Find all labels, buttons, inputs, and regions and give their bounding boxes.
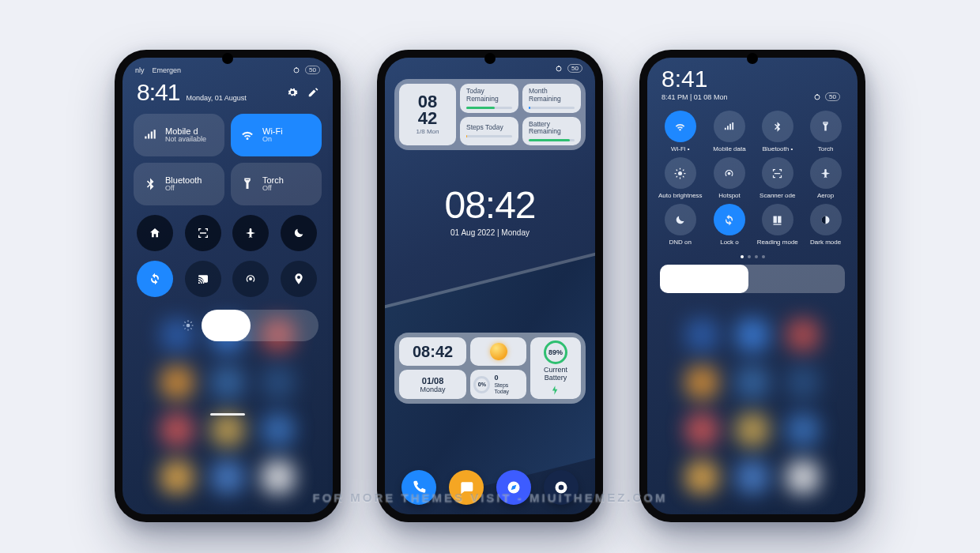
camera-app[interactable] xyxy=(544,470,579,505)
widget-time-small: 08:42 xyxy=(399,337,466,366)
orbit-icon xyxy=(292,66,300,74)
svg-point-9 xyxy=(558,66,560,67)
dock xyxy=(385,470,595,505)
widget-card: Steps Today xyxy=(460,117,518,146)
toggle-bars[interactable]: Mobile dNot available xyxy=(134,114,224,156)
orbit-icon xyxy=(813,93,821,101)
toggle-moon[interactable] xyxy=(281,215,317,251)
widget-time: 08 42 1/8 Mon xyxy=(399,84,456,145)
toggle-torch[interactable]: TorchOff xyxy=(231,163,322,205)
phone-app[interactable] xyxy=(401,470,436,505)
phone-mockup-home: 50 08 42 1/8 Mon Today RemainingMonth Re… xyxy=(377,50,603,522)
cc-date: Monday, 01 August xyxy=(186,94,246,102)
toggle-plane[interactable] xyxy=(232,215,269,251)
drag-handle[interactable] xyxy=(210,413,245,416)
qs-toggle-bluetooth[interactable]: Bluetooth • xyxy=(756,111,798,152)
toggle-hotspot[interactable] xyxy=(232,261,269,297)
status-carrier: nly xyxy=(135,66,145,74)
widget-steps: 0% 0 Steps Today xyxy=(470,370,526,398)
toggle-bluetooth[interactable]: BluetoothOff xyxy=(134,163,224,205)
orbit-icon xyxy=(555,65,563,73)
qs-datetime: 8:41 PM | 01 08 Mon xyxy=(662,93,727,101)
brightness-slider[interactable] xyxy=(660,265,845,293)
sun-icon xyxy=(490,343,507,360)
toggle-scan[interactable] xyxy=(185,215,221,251)
cc-clock: 8:41 xyxy=(137,79,179,106)
bolt-icon xyxy=(550,385,561,396)
widget-card: Today Remaining xyxy=(460,84,518,113)
qs-toggle-scan[interactable]: Scanner ode xyxy=(756,157,798,199)
toggle-location[interactable] xyxy=(281,261,317,297)
qs-toggle-dark[interactable]: Dark mode xyxy=(805,204,846,246)
qs-toggle-hotspot[interactable]: Hotspot xyxy=(709,157,751,199)
svg-point-11 xyxy=(816,94,818,96)
qs-toggle-moon[interactable]: DND on xyxy=(658,204,703,246)
qs-toggle-sync[interactable]: Lock o xyxy=(709,204,751,246)
toggle-cast[interactable] xyxy=(185,261,221,297)
qs-toggle-reading[interactable]: Reading mode xyxy=(756,204,798,246)
toggle-home[interactable] xyxy=(137,215,173,251)
toggle-wifi[interactable]: Wi-FiOn xyxy=(231,114,322,156)
phone-mockup-quick-settings: 8:41 8:41 PM | 01 08 Mon 50 Wi-Fi •Mobil… xyxy=(639,50,865,522)
phone-mockup-control-center: nly Emergen 50 8:41 Monday, 01 August xyxy=(115,50,341,522)
qs-toggle-plane[interactable]: Aerop xyxy=(805,157,846,199)
brightness-slider[interactable] xyxy=(202,310,318,341)
widget-card: Month Remaining xyxy=(522,84,581,113)
status-emergency: Emergen xyxy=(153,66,182,74)
qs-toggle-brightness[interactable]: Auto brightness xyxy=(658,157,703,199)
battery-pill: 50 xyxy=(567,64,582,73)
qs-toggle-torch[interactable]: Torch xyxy=(805,111,846,152)
widget-card: Battery Remaining xyxy=(522,117,581,146)
svg-point-7 xyxy=(296,67,297,69)
big-clock-widget[interactable]: 08:42 01 Aug 2022 | Monday xyxy=(385,183,595,237)
battery-pill: 50 xyxy=(305,66,320,74)
battery-pill: 50 xyxy=(825,92,840,101)
top-widget-cluster[interactable]: 08 42 1/8 Mon Today RemainingMonth Remai… xyxy=(394,79,586,150)
page-indicator xyxy=(647,255,858,258)
toggle-sync[interactable] xyxy=(137,261,173,297)
browser-app[interactable] xyxy=(496,470,531,505)
edit-icon[interactable] xyxy=(307,87,318,98)
messages-app[interactable] xyxy=(449,470,484,505)
widget-battery: 89% Current Battery xyxy=(530,337,581,399)
qs-toggle-wifi[interactable]: Wi-Fi • xyxy=(658,111,703,152)
showcase-stage: nly Emergen 50 8:41 Monday, 01 August xyxy=(0,0,980,553)
widget-date: 01/08 Monday xyxy=(399,370,466,398)
bottom-widget-cluster[interactable]: 08:42 89% Current Battery 01/08 Monday 0… xyxy=(394,333,586,404)
qs-toggle-bars[interactable]: Mobile data xyxy=(709,111,751,152)
qs-clock: 8:41 xyxy=(662,66,843,92)
widget-weather xyxy=(470,337,526,366)
settings-icon[interactable] xyxy=(287,87,298,98)
